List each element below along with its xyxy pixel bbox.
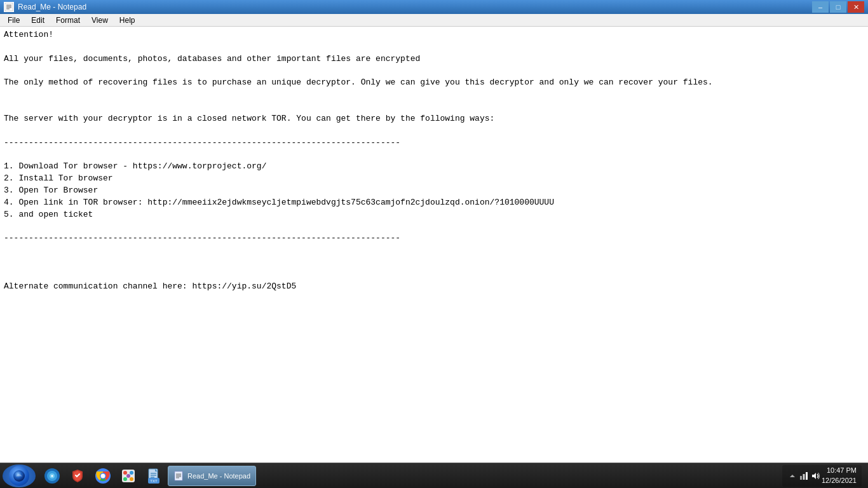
notepad-area[interactable]: Attention! All your files, documents, ph… [0, 27, 868, 463]
close-button[interactable]: ✕ [848, 1, 864, 13]
menu-view[interactable]: View [86, 15, 113, 26]
tray-volume-icon[interactable] [810, 471, 820, 481]
svg-point-18 [130, 477, 133, 481]
tray-arrow-icon[interactable] [787, 471, 797, 481]
start-orb [9, 466, 29, 486]
menu-edit[interactable]: Edit [26, 15, 50, 26]
tray-network-icon[interactable] [799, 471, 809, 481]
svg-rect-35 [806, 472, 808, 480]
maximize-button[interactable]: □ [830, 1, 846, 13]
minimize-button[interactable]: – [812, 1, 829, 13]
svg-marker-32 [790, 475, 795, 477]
taskbar-right: 10:47 PM 12/26/2021 [782, 465, 865, 487]
taskbar-icon-2[interactable] [66, 464, 89, 487]
start-button[interactable] [3, 464, 36, 487]
taskbar-app-label: Read_Me - Notepad [187, 472, 250, 480]
system-tray: 10:47 PM 12/26/2021 [782, 465, 862, 487]
menu-format[interactable]: Format [51, 15, 85, 26]
taskbar-notepad-app[interactable]: Read_Me - Notepad [168, 466, 256, 486]
app-icon [4, 2, 14, 12]
svg-rect-33 [800, 476, 802, 480]
taskbar-left: TXT Read_Me - Notepad [3, 464, 256, 487]
window-controls: – □ ✕ [812, 1, 864, 13]
menu-file[interactable]: File [3, 15, 25, 26]
window-title: Read_Me - Notepad [18, 3, 86, 11]
system-clock: 10:47 PM 12/26/2021 [822, 466, 857, 485]
svg-rect-34 [803, 474, 804, 480]
svg-point-13 [101, 473, 105, 478]
svg-point-19 [126, 474, 130, 478]
taskbar-icon-1[interactable] [41, 464, 64, 487]
svg-rect-27 [175, 471, 182, 480]
svg-point-9 [51, 475, 53, 477]
taskbar-icon-paint[interactable] [117, 464, 140, 487]
clock-time: 10:47 PM [822, 466, 857, 475]
title-bar: Read_Me - Notepad – □ ✕ [0, 0, 868, 14]
taskbar: TXT Read_Me - Notepad [0, 463, 868, 488]
svg-point-17 [123, 477, 127, 481]
svg-marker-36 [812, 473, 816, 479]
title-bar-left: Read_Me - Notepad [4, 2, 86, 12]
svg-point-15 [123, 471, 127, 475]
taskbar-icon-file[interactable]: TXT [142, 464, 165, 487]
clock-date: 12/26/2021 [822, 476, 857, 485]
taskbar-icon-chrome[interactable] [92, 464, 114, 487]
notepad-content[interactable]: Attention! All your files, documents, ph… [0, 27, 868, 295]
svg-rect-0 [5, 3, 13, 11]
menu-help[interactable]: Help [114, 15, 140, 26]
svg-text:TXT: TXT [150, 479, 158, 483]
menu-bar: File Edit Format View Help [0, 14, 868, 27]
svg-point-16 [130, 471, 133, 475]
